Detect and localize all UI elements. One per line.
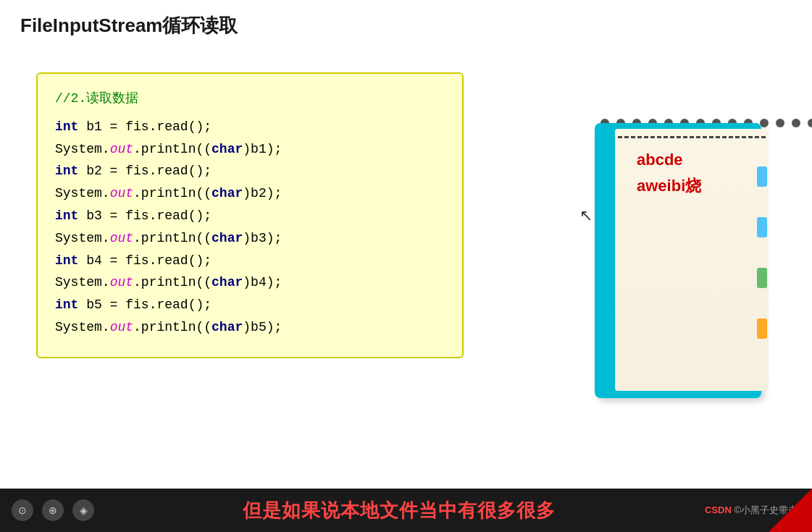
char-2: char — [212, 142, 243, 156]
spiral-dot — [760, 119, 769, 127]
end-8: )b4); — [243, 275, 282, 290]
bottom-left-icons: ⊙ ⊕ ◈ — [0, 499, 94, 521]
code-line-3: int b2 = fis.read(); — [55, 161, 445, 182]
out-2: out — [110, 142, 133, 156]
keyword-int-1: int — [55, 119, 78, 134]
code-rest-7: b4 = fis.read(); — [86, 253, 212, 268]
spiral-dot — [776, 119, 784, 127]
code-block: //2.读取数据 int b1 = fis.read(); System.out… — [36, 72, 464, 358]
code-rest-5: b3 = fis.read(); — [86, 208, 212, 223]
end-6: )b3); — [243, 231, 282, 245]
notebook-outer: abcde aweibi烧 — [595, 123, 761, 398]
system-4: System. — [55, 186, 110, 200]
println-2: .println(( — [133, 142, 212, 156]
notebook-line2: aweibi烧 — [637, 175, 769, 197]
code-line-8: System.out.println((char)b4); — [55, 272, 445, 293]
notebook-dashes — [618, 136, 766, 138]
notebook-text-area: abcde aweibi烧 — [637, 151, 769, 197]
notebook-tab-4 — [757, 318, 767, 339]
spiral-dot — [808, 119, 812, 127]
end-2: )b1); — [243, 142, 282, 156]
notebook-page: abcde aweibi烧 — [615, 129, 769, 391]
bottom-icon-1[interactable]: ⊙ — [12, 499, 33, 521]
system-8: System. — [55, 275, 110, 290]
code-line-7: int b4 = fis.read(); — [55, 250, 445, 271]
notebook-tab-2 — [757, 217, 767, 237]
keyword-int-2: int — [55, 164, 78, 178]
code-line-9: int b5 = fis.read(); — [55, 295, 445, 316]
system-10: System. — [55, 320, 110, 334]
spiral-dot — [792, 119, 800, 127]
system-2: System. — [55, 142, 110, 156]
println-8: .println(( — [133, 275, 212, 290]
code-line-1: int b1 = fis.read(); — [55, 117, 445, 138]
code-comment: //2.读取数据 — [55, 88, 445, 109]
notebook-line1: abcde — [637, 151, 769, 169]
end-4: )b2); — [243, 186, 282, 200]
keyword-int-5: int — [55, 297, 78, 312]
end-10: )b5); — [243, 320, 282, 334]
keyword-int-4: int — [55, 253, 78, 268]
system-6: System. — [55, 231, 110, 245]
char-10: char — [212, 320, 243, 334]
keyword-int-3: int — [55, 208, 78, 223]
bottom-bar: ⊙ ⊕ ◈ 但是如果说本地文件当中有很多很多 CSDN ©小黑子史带夫 — [0, 489, 812, 532]
red-triangle-decoration — [769, 489, 812, 532]
bottom-icon-2[interactable]: ⊕ — [42, 499, 64, 521]
out-4: out — [110, 186, 133, 200]
code-line-5: int b3 = fis.read(); — [55, 206, 445, 227]
code-rest-9: b5 = fis.read(); — [86, 297, 212, 312]
code-line-2: System.out.println((char)b1); — [55, 139, 445, 160]
char-6: char — [212, 231, 243, 245]
println-6: .println(( — [133, 231, 212, 245]
notebook-illustration: abcde aweibi烧 — [580, 123, 769, 405]
println-10: .println(( — [133, 320, 212, 334]
code-rest-3: b2 = fis.read(); — [86, 164, 212, 178]
out-10: out — [110, 320, 133, 334]
code-line-10: System.out.println((char)b5); — [55, 317, 445, 338]
code-rest-1: b1 = fis.read(); — [86, 119, 212, 134]
notebook-tab-1 — [757, 166, 767, 187]
cursor-arrow: ↖ — [579, 206, 593, 225]
char-8: char — [212, 275, 243, 290]
page-title: FileInputStream循环读取 — [20, 13, 238, 38]
notebook-tab-3 — [757, 268, 767, 288]
char-4: char — [212, 186, 243, 200]
code-line-4: System.out.println((char)b2); — [55, 183, 445, 204]
csdn-text: CSDN — [705, 504, 732, 515]
bottom-icon-3[interactable]: ◈ — [72, 499, 94, 521]
bottom-subtitle: 但是如果说本地文件当中有很多很多 — [94, 498, 705, 523]
println-4: .println(( — [133, 186, 212, 200]
out-8: out — [110, 275, 133, 290]
out-6: out — [110, 231, 133, 245]
code-line-6: System.out.println((char)b3); — [55, 228, 445, 249]
